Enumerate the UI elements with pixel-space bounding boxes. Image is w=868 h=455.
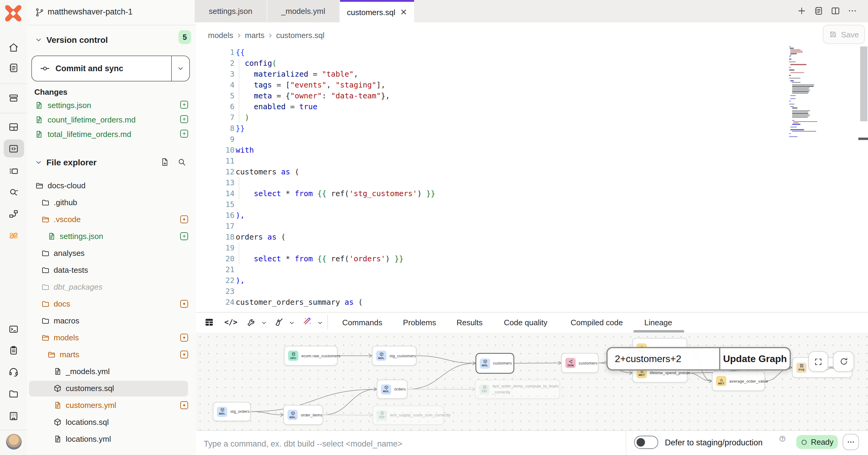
modified-badge[interactable] — [180, 216, 188, 223]
stage-file-badge[interactable]: + — [180, 130, 188, 138]
changed-file-row[interactable]: settings.json — [34, 98, 91, 112]
editor-scrollbar[interactable] — [860, 47, 867, 121]
defer-help-icon[interactable] — [779, 435, 786, 442]
modified-badge[interactable] — [180, 300, 188, 308]
lineage-node-average_order_value[interactable]: METaverage_order_value — [712, 371, 765, 391]
breadcrumb-models[interactable]: models — [208, 31, 233, 40]
panel-tab-commands[interactable]: Commands — [342, 312, 382, 333]
version-control-chevron-icon[interactable] — [34, 36, 43, 44]
panel-tab-results[interactable]: Results — [457, 312, 483, 333]
results-table-icon[interactable] — [204, 317, 215, 328]
lineage-canvas[interactable]: SRCecom.raw_customersMDLstg_customersMDL… — [196, 333, 868, 430]
tree-item-customers-yml[interactable]: customers.yml — [27, 397, 196, 414]
added-badge[interactable]: + — [180, 232, 188, 240]
lineage-node-customers_sem[interactable]: SEMcustomers — [561, 353, 598, 373]
commit-options-chevron[interactable] — [171, 56, 189, 81]
lineage-node-order_items[interactable]: MDLorder_items — [283, 405, 323, 425]
code-editor[interactable]: 1{{2 config(3 materialized = "table",4 t… — [196, 47, 868, 312]
changed-file-row[interactable]: total_lifetime_orders.md — [34, 127, 131, 141]
changed-file-row[interactable]: count_lifetime_orders.md — [34, 112, 135, 127]
close-tab-icon[interactable]: ✕ — [400, 7, 407, 17]
lineage-node-stg_orders[interactable]: MDLstg_orders — [213, 402, 251, 421]
status-badge: Ready — [796, 435, 838, 449]
lineage-selector-input[interactable]: 2+customers+2 — [608, 348, 720, 369]
breadcrumb-file[interactable]: customers.sql — [276, 31, 324, 40]
tab-overflow-menu-icon[interactable] — [847, 6, 858, 16]
new-file-icon[interactable] — [160, 157, 170, 167]
panel-tab-code-quality[interactable]: Code quality — [504, 312, 548, 333]
file-explorer-chevron-icon[interactable] — [34, 158, 43, 167]
tree-item--github[interactable]: .github — [27, 194, 196, 211]
tree-item-marts[interactable]: marts — [27, 346, 196, 363]
lineage-node-test_supply_costs[interactable]: TSTtest_supply_costs_sum_correctly — [373, 405, 444, 425]
notebook-panel-icon[interactable] — [813, 6, 824, 16]
build-options-chevron-icon[interactable] — [260, 319, 268, 326]
tree-item-docs[interactable]: docs — [27, 296, 196, 313]
modified-badge[interactable] — [180, 350, 188, 359]
panel-tab-compiled-code[interactable]: Compiled code — [570, 312, 623, 333]
rail-notebook-icon[interactable] — [3, 59, 24, 77]
rail-flow-icon[interactable] — [3, 205, 24, 223]
lineage-node-stg_customers[interactable]: MDLstg_customers — [372, 346, 416, 366]
defer-toggle[interactable] — [634, 436, 658, 449]
commit-and-sync-button[interactable]: Commit and sync — [31, 56, 190, 82]
rail-clipboard-icon[interactable] — [3, 341, 24, 359]
tree-item-data-tests[interactable]: data-tests — [27, 262, 196, 279]
tree-item-locations-yml[interactable]: locations.yml — [27, 431, 196, 448]
build-wrench-icon[interactable] — [246, 317, 256, 328]
lineage-fullscreen-button[interactable] — [808, 351, 828, 372]
rail-home-icon[interactable] — [3, 38, 24, 56]
tree-item-macros[interactable]: macros — [27, 313, 196, 330]
modified-badge[interactable] — [180, 334, 188, 342]
lineage-refresh-button[interactable] — [833, 351, 854, 372]
stage-file-badge[interactable]: + — [180, 101, 188, 109]
modified-badge[interactable] — [180, 401, 188, 409]
code-view-icon[interactable]: </> — [224, 318, 237, 326]
format-options-chevron-icon[interactable] — [288, 319, 296, 326]
rail-archive-icon[interactable] — [3, 89, 24, 107]
lineage-node-test_order_items[interactable]: TSTtest_order_items_compute_to_bools _co… — [475, 379, 560, 399]
tree-item--models-yml[interactable]: _models.yml — [27, 363, 196, 380]
file-search-icon[interactable] — [177, 157, 187, 167]
tree-item-customers-sql[interactable]: customers.sql — [27, 380, 196, 397]
save-button[interactable]: Save — [823, 25, 865, 44]
rail-building-icon[interactable] — [3, 407, 24, 425]
stage-file-badge[interactable]: + — [180, 115, 188, 123]
branch-header[interactable]: matthewshaver-patch-1 — [27, 0, 196, 25]
split-editor-icon[interactable] — [830, 6, 841, 16]
update-graph-button[interactable]: Update Graph — [720, 348, 789, 369]
format-broom-icon[interactable] — [274, 317, 284, 328]
new-tab-icon[interactable] — [797, 6, 807, 16]
rail-code-icon[interactable] — [3, 139, 24, 158]
breadcrumb-marts[interactable]: marts — [245, 31, 265, 40]
dbt-logo-icon[interactable] — [5, 5, 22, 22]
rail-headset-icon[interactable] — [3, 363, 24, 381]
tab-customers-sql[interactable]: customers.sql✕ — [340, 0, 414, 22]
rail-grid-icon[interactable] — [3, 118, 24, 136]
tree-item-dbt-packages[interactable]: dbt_packages — [27, 279, 196, 296]
tree-item-analyses[interactable]: analyses — [27, 245, 196, 262]
editor-minimap[interactable] — [789, 47, 834, 141]
user-avatar[interactable] — [5, 433, 22, 450]
rail-atom-icon[interactable] — [3, 226, 24, 245]
tab--models-yml[interactable]: _models.yml — [268, 0, 339, 22]
rail-search-code-icon[interactable] — [3, 183, 24, 201]
panel-tab-problems[interactable]: Problems — [403, 312, 436, 333]
lineage-node-src_customers[interactable]: SRCecom.raw_customers — [284, 346, 338, 366]
tab-settings-json[interactable]: settings.json — [195, 0, 267, 22]
tree-item-models[interactable]: models — [27, 330, 196, 346]
more-options-button[interactable] — [843, 434, 859, 450]
tree-item-docs-cloud[interactable]: docs-cloud — [27, 177, 196, 194]
lineage-node-orders[interactable]: MDLorders — [377, 379, 407, 399]
rail-terminal-icon[interactable] — [3, 320, 24, 338]
lineage-node-customers[interactable]: MDLcustomers — [475, 353, 514, 373]
ai-assist-icon[interactable] — [302, 316, 313, 329]
ai-options-chevron-icon[interactable] — [316, 319, 324, 326]
tree-item-locations-sql[interactable]: locations.sql — [27, 414, 196, 431]
tree-item-settings-json[interactable]: settings.json+ — [27, 228, 196, 245]
command-input[interactable] — [203, 436, 597, 451]
rail-frame-icon[interactable] — [3, 162, 24, 180]
rail-folder-icon[interactable] — [3, 385, 24, 402]
tree-item--vscode[interactable]: .vscode — [27, 211, 196, 228]
panel-tab-lineage[interactable]: Lineage — [644, 312, 673, 333]
